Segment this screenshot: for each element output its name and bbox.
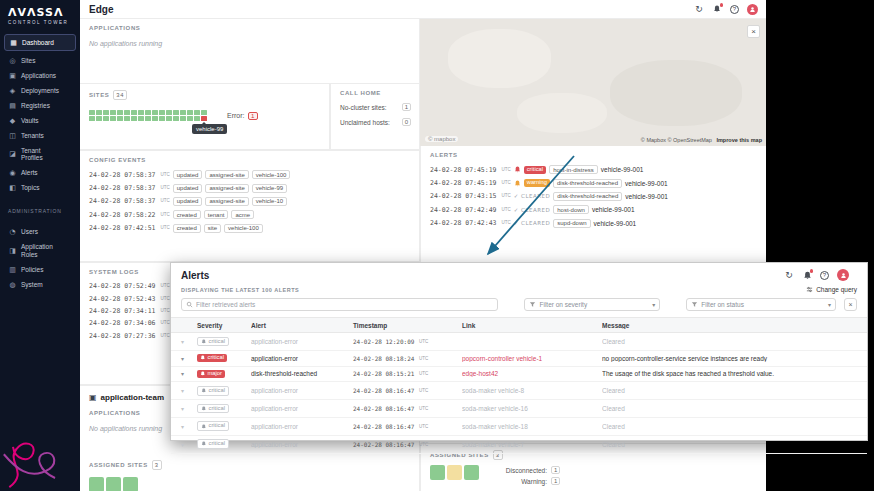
config-event-row[interactable]: 24-02-28 07:58:22 UTCcreatedtenantacme	[80, 208, 419, 221]
alert-link[interactable]: soda-maker vehicle-8	[462, 387, 602, 394]
config-event-row[interactable]: 24-02-28 07:58:37 UTCupdatedassigned-sit…	[80, 168, 419, 181]
site-square-ok[interactable]	[187, 110, 193, 115]
site-square-ok[interactable]	[110, 110, 116, 115]
column-header-severity[interactable]: Severity	[197, 322, 251, 329]
expand-chevron-icon[interactable]: ▾	[171, 405, 197, 412]
refresh-icon[interactable]: ↻	[784, 270, 794, 280]
site-square-ok[interactable]	[166, 116, 172, 121]
alerts-table-row[interactable]: ▾criticalapplication-error24-02-28 12:20…	[171, 333, 867, 351]
sidebar-item-topics[interactable]: ◧Topics	[0, 181, 80, 196]
sidebar-item-tenants[interactable]: ◫Tenants	[0, 128, 80, 143]
site-square-ok[interactable]	[159, 110, 165, 115]
expand-chevron-icon[interactable]: ▾	[171, 441, 197, 448]
sidebar-item-system[interactable]: ◍System	[0, 277, 80, 292]
help-icon[interactable]: ?	[730, 5, 739, 14]
alert-row[interactable]: 24-02-28 07:45:19 UTCwarningdisk-thresho…	[421, 176, 766, 189]
assigned-site-square[interactable]	[89, 477, 104, 491]
expand-chevron-icon[interactable]: ▾	[171, 370, 197, 377]
site-square-ok[interactable]	[180, 110, 186, 115]
refresh-icon[interactable]: ↻	[694, 4, 704, 14]
site-square-ok[interactable]	[194, 110, 200, 115]
site-square-ok[interactable]	[124, 110, 130, 115]
alert-link[interactable]: soda-maker vehicle-16	[462, 405, 602, 412]
sidebar-item-sites[interactable]: ◎Sites	[0, 53, 80, 68]
site-square-ok[interactable]	[138, 110, 144, 115]
alerts-table-row[interactable]: ▾criticalapplication-error24-02-28 08:16…	[171, 418, 867, 436]
site-square-ok[interactable]	[173, 110, 179, 115]
status-filter-select[interactable]: Filter on status ▾	[686, 298, 836, 311]
alerts-table-row[interactable]: ▾majordisk-threshold-reached24-02-28 08:…	[171, 367, 867, 383]
alerts-table-row[interactable]: ▾criticalapplication-error24-02-28 08:16…	[171, 436, 867, 454]
alert-row[interactable]: 24-02-28 07:43:15 UTC✓ CLEAREDdisk-thres…	[421, 190, 766, 203]
site-square-ok[interactable]	[103, 116, 109, 121]
alert-row[interactable]: 24-02-28 07:42:43 UTC✓ CLEAREDsupd-downv…	[421, 217, 766, 230]
map-close-button[interactable]: ×	[747, 25, 760, 38]
sidebar-item-vaults[interactable]: ◆Vaults	[0, 113, 80, 128]
site-square-ok[interactable]	[89, 116, 95, 121]
map[interactable]: × © mapbox © Mapbox © OpenStreetMap Impr…	[420, 19, 766, 146]
site-square-ok[interactable]	[103, 110, 109, 115]
search-input[interactable]	[196, 301, 493, 308]
site-square-ok[interactable]	[187, 116, 193, 121]
change-query-button[interactable]: Change query	[806, 286, 857, 293]
column-header-alert[interactable]: Alert	[251, 322, 353, 329]
user-avatar[interactable]	[837, 269, 849, 281]
sidebar-item-tenant-profiles[interactable]: ◪Tenant Profiles	[0, 143, 80, 166]
column-header-message[interactable]: Message	[602, 322, 867, 329]
sidebar-item-users[interactable]: ◔Users	[0, 225, 80, 240]
site-square-ok[interactable]	[110, 116, 116, 121]
site-square-ok[interactable]	[124, 116, 130, 121]
site-square-ok[interactable]	[152, 116, 158, 121]
alert-link[interactable]: edge-host42	[462, 370, 602, 377]
site-square-ok[interactable]	[131, 110, 137, 115]
user-avatar[interactable]	[747, 4, 758, 15]
sidebar-item-applications[interactable]: ▣Applications	[0, 68, 80, 83]
sidebar-item-registries[interactable]: ▤Registries	[0, 98, 80, 113]
site-square-ok[interactable]	[145, 110, 151, 115]
alert-link[interactable]: soda-maker vehicle-7	[462, 441, 602, 448]
notifications-icon[interactable]	[712, 4, 722, 14]
assigned-site-square-green[interactable]	[430, 465, 445, 480]
site-square-ok[interactable]	[145, 116, 151, 121]
sidebar-item-policies[interactable]: ▥Policies	[0, 262, 80, 277]
expand-chevron-icon[interactable]: ▾	[171, 338, 197, 345]
notifications-icon[interactable]	[802, 270, 812, 280]
site-square-ok[interactable]	[152, 110, 158, 115]
config-event-row[interactable]: 24-02-28 07:42:51 UTCcreatedsitevehicle-…	[80, 222, 419, 235]
help-icon[interactable]: ?	[820, 271, 829, 280]
assigned-site-square[interactable]	[123, 477, 138, 491]
site-square-ok[interactable]	[96, 110, 102, 115]
expand-chevron-icon[interactable]: ▾	[171, 423, 197, 430]
sidebar-item-application-roles[interactable]: ◨Application Roles	[0, 240, 80, 263]
site-square-ok[interactable]	[96, 116, 102, 121]
sidebar-item-dashboard[interactable]: ▦Dashboard	[4, 34, 76, 51]
alerts-filter-box[interactable]	[181, 298, 498, 311]
alert-row[interactable]: 24-02-28 07:45:19 UTCcriticalhost-in-dis…	[421, 163, 766, 176]
site-square-ok[interactable]	[117, 110, 123, 115]
site-square-ok[interactable]	[117, 116, 123, 121]
sidebar-item-deployments[interactable]: ◈Deployments	[0, 83, 80, 98]
severity-filter-select[interactable]: Filter on severity ▾	[524, 298, 660, 311]
assigned-site-square-green[interactable]	[464, 465, 479, 480]
site-square-ok[interactable]	[194, 116, 200, 121]
sidebar-item-alerts[interactable]: ◉Alerts	[0, 166, 80, 181]
site-square-ok[interactable]	[201, 110, 207, 115]
site-square-ok[interactable]	[89, 110, 95, 115]
improve-map-link[interactable]: Improve this map	[716, 137, 762, 143]
alerts-table-row[interactable]: ▾criticalapplication-error24-02-28 08:18…	[171, 351, 867, 367]
site-square-ok[interactable]	[131, 116, 137, 121]
alert-link[interactable]: popcorn-controller vehicle-1	[462, 355, 602, 362]
assigned-site-square-yellow[interactable]	[447, 465, 462, 480]
alerts-table-row[interactable]: ▾criticalapplication-error24-02-28 08:16…	[171, 400, 867, 418]
column-header-timestamp[interactable]: Timestamp	[353, 322, 462, 329]
clear-filters-button[interactable]: ×	[844, 298, 857, 311]
assigned-site-square[interactable]	[106, 477, 121, 491]
alert-row[interactable]: 24-02-28 07:42:49 UTC✓ CLEAREDhost-downv…	[421, 203, 766, 216]
expand-chevron-icon[interactable]: ▾	[171, 387, 197, 394]
alert-link[interactable]: soda-maker vehicle-18	[462, 423, 602, 430]
column-header-link[interactable]: Link	[462, 322, 602, 329]
site-square-ok[interactable]	[180, 116, 186, 121]
site-square-ok[interactable]	[166, 110, 172, 115]
alerts-table-row[interactable]: ▾criticalapplication-error24-02-28 08:16…	[171, 382, 867, 400]
expand-chevron-icon[interactable]: ▾	[171, 355, 197, 362]
